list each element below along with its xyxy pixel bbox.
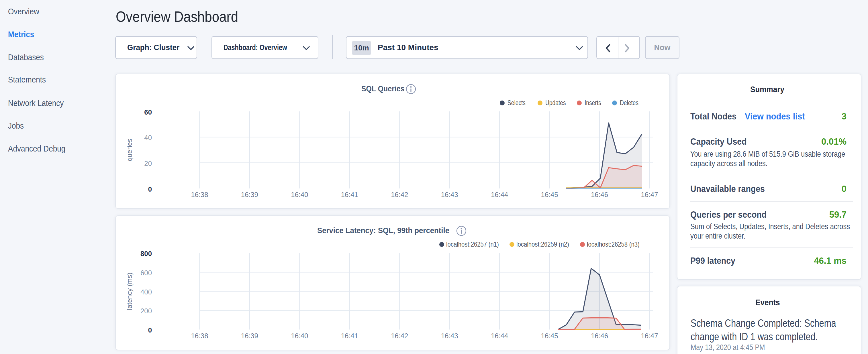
svg-text:400: 400	[141, 288, 152, 296]
svg-text:40: 40	[144, 134, 152, 141]
svg-text:16:39: 16:39	[241, 191, 258, 198]
svg-text:16:41: 16:41	[341, 332, 358, 340]
svg-text:16:42: 16:42	[391, 191, 408, 198]
svg-text:latency (ms): latency (ms)	[125, 273, 133, 310]
svg-text:60: 60	[144, 108, 152, 116]
svg-text:16:41: 16:41	[341, 191, 358, 198]
svg-text:16:45: 16:45	[541, 332, 558, 340]
svg-text:16:40: 16:40	[291, 332, 308, 340]
svg-text:queries: queries	[125, 139, 133, 161]
svg-text:16:46: 16:46	[591, 191, 608, 198]
svg-text:16:44: 16:44	[491, 191, 508, 198]
svg-text:16:39: 16:39	[241, 332, 258, 340]
svg-text:16:43: 16:43	[441, 332, 458, 340]
svg-text:800: 800	[141, 250, 152, 257]
svg-text:0: 0	[148, 185, 152, 193]
svg-text:20: 20	[144, 160, 152, 167]
svg-text:16:38: 16:38	[191, 332, 208, 340]
svg-text:16:44: 16:44	[491, 332, 508, 340]
svg-text:16:47: 16:47	[641, 191, 658, 198]
svg-text:16:40: 16:40	[291, 191, 308, 198]
svg-text:200: 200	[141, 307, 152, 315]
svg-text:16:46: 16:46	[591, 332, 608, 340]
svg-text:16:47: 16:47	[641, 332, 658, 340]
svg-text:16:45: 16:45	[541, 191, 558, 198]
svg-text:0: 0	[148, 326, 152, 334]
svg-text:16:43: 16:43	[441, 191, 458, 198]
svg-text:600: 600	[141, 269, 152, 277]
svg-text:16:38: 16:38	[191, 191, 208, 198]
svg-text:16:42: 16:42	[391, 332, 408, 340]
